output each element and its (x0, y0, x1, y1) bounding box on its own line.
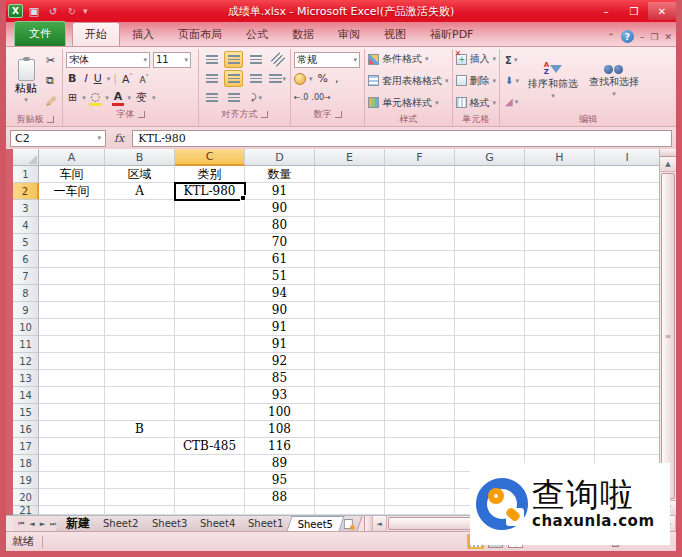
orientation-button[interactable] (268, 51, 287, 68)
cell-D21[interactable] (245, 506, 315, 515)
cell-G7[interactable] (455, 268, 525, 285)
cell-I7[interactable] (595, 268, 659, 285)
column-header-G[interactable]: G (455, 149, 525, 166)
cell-G14[interactable] (455, 387, 525, 404)
cell-I17[interactable] (595, 438, 659, 455)
cell-A20[interactable] (39, 489, 105, 506)
cell-F16[interactable] (385, 421, 455, 438)
cell-F13[interactable] (385, 370, 455, 387)
cell-A5[interactable] (39, 234, 105, 251)
clear-button[interactable]: ◢▾ (503, 93, 521, 110)
cell-H16[interactable] (525, 421, 595, 438)
cell-H17[interactable] (525, 438, 595, 455)
cell-D13[interactable]: 85 (245, 370, 315, 387)
cell-C15[interactable] (175, 404, 245, 421)
cell-E5[interactable] (315, 234, 385, 251)
cell-G3[interactable] (455, 200, 525, 217)
row-header-18[interactable]: 18 (13, 455, 39, 472)
cell-H2[interactable] (525, 183, 595, 200)
cell-I6[interactable] (595, 251, 659, 268)
cell-B20[interactable] (105, 489, 175, 506)
cell-I10[interactable] (595, 319, 659, 336)
cell-F9[interactable] (385, 302, 455, 319)
cell-G11[interactable] (455, 336, 525, 353)
column-header-C[interactable]: C (175, 149, 245, 166)
comma-format-icon[interactable]: , (333, 72, 341, 85)
cell-D10[interactable]: 91 (245, 319, 315, 336)
cell-E11[interactable] (315, 336, 385, 353)
row-header-2[interactable]: 2 (13, 183, 39, 200)
cell-A10[interactable] (39, 319, 105, 336)
cell-C14[interactable] (175, 387, 245, 404)
save-icon[interactable]: ▣ (26, 4, 42, 19)
cell-D3[interactable]: 90 (245, 200, 315, 217)
ribbon-tab-页面布局[interactable]: 页面布局 (166, 23, 234, 46)
dialog-launcher-icon[interactable] (138, 111, 145, 118)
cell-B12[interactable] (105, 353, 175, 370)
next-sheet-icon[interactable]: ► (38, 520, 47, 528)
align-left-button[interactable] (202, 70, 221, 87)
cell-H11[interactable] (525, 336, 595, 353)
cell-F18[interactable] (385, 455, 455, 472)
cell-D2[interactable]: 91 (245, 183, 315, 200)
vertical-scrollbar[interactable]: ▲ ▼ (659, 149, 676, 515)
column-header-D[interactable]: D (245, 149, 315, 166)
cell-B17[interactable] (105, 438, 175, 455)
cell-I9[interactable] (595, 302, 659, 319)
row-header-19[interactable]: 19 (13, 472, 39, 489)
cell-A14[interactable] (39, 387, 105, 404)
cell-A17[interactable] (39, 438, 105, 455)
cell-H6[interactable] (525, 251, 595, 268)
column-header-E[interactable]: E (315, 149, 385, 166)
cell-B2[interactable]: A (105, 183, 175, 200)
cell-G6[interactable] (455, 251, 525, 268)
format-painter-icon[interactable]: 🖉 (44, 95, 59, 108)
cell-B6[interactable] (105, 251, 175, 268)
formula-input[interactable]: KTL-980 (132, 130, 672, 147)
cell-H12[interactable] (525, 353, 595, 370)
cell-F2[interactable] (385, 183, 455, 200)
decrease-indent-button[interactable] (202, 89, 221, 106)
cell-E14[interactable] (315, 387, 385, 404)
dialog-launcher-icon[interactable] (335, 111, 342, 118)
cell-B3[interactable] (105, 200, 175, 217)
underline-button[interactable]: U (92, 72, 104, 85)
cell-I8[interactable] (595, 285, 659, 302)
cell-D14[interactable]: 93 (245, 387, 315, 404)
cell-C11[interactable] (175, 336, 245, 353)
cell-G15[interactable] (455, 404, 525, 421)
row-header-15[interactable]: 15 (13, 404, 39, 421)
cell-D17[interactable]: 116 (245, 438, 315, 455)
cell-G13[interactable] (455, 370, 525, 387)
cell-E1[interactable] (315, 166, 385, 183)
cell-B19[interactable] (105, 472, 175, 489)
cell-A8[interactable] (39, 285, 105, 302)
conditional-formatting-button[interactable]: 条件格式▾ (368, 50, 449, 68)
cell-B11[interactable] (105, 336, 175, 353)
cell-styles-button[interactable]: 单元格样式▾ (368, 94, 449, 112)
cell-F7[interactable] (385, 268, 455, 285)
cell-A2[interactable]: 一车间 (39, 183, 105, 200)
sort-filter-button[interactable]: AZ 排序和筛选▾ (524, 50, 582, 112)
cell-E20[interactable] (315, 489, 385, 506)
insert-cells-button[interactable]: +插入▾ (456, 50, 497, 68)
format-as-table-button[interactable]: 套用表格格式▾ (368, 72, 449, 90)
align-top-button[interactable] (202, 51, 221, 68)
row-header-5[interactable]: 5 (13, 234, 39, 251)
ribbon-tab-数据[interactable]: 数据 (280, 23, 326, 46)
cell-A7[interactable] (39, 268, 105, 285)
cell-E9[interactable] (315, 302, 385, 319)
copy-icon[interactable]: ⧉ (44, 74, 59, 87)
cell-H8[interactable] (525, 285, 595, 302)
cell-F3[interactable] (385, 200, 455, 217)
redo-icon[interactable]: ↻ (64, 4, 80, 19)
name-box[interactable]: C2▾ (10, 130, 106, 147)
cell-I13[interactable] (595, 370, 659, 387)
cell-I11[interactable] (595, 336, 659, 353)
maximize-button[interactable]: ❐ (620, 2, 648, 20)
column-header-A[interactable]: A (39, 149, 105, 166)
percent-format-icon[interactable]: % (316, 72, 330, 85)
align-middle-button[interactable] (224, 51, 243, 68)
cell-D11[interactable]: 91 (245, 336, 315, 353)
row-header-12[interactable]: 12 (13, 353, 39, 370)
